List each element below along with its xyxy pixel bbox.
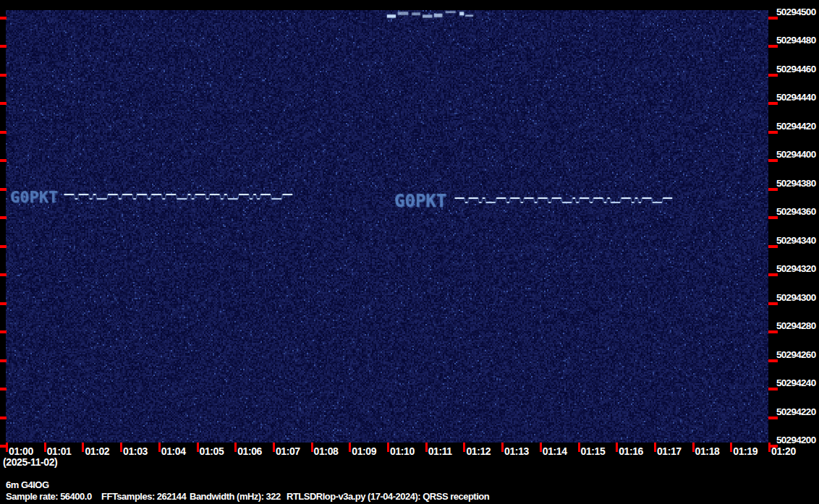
freq-tick-right <box>768 302 778 305</box>
freq-tick-right <box>768 74 778 77</box>
time-tick <box>730 443 732 452</box>
time-tick-label: 01:04 <box>161 445 186 457</box>
time-tick <box>501 443 504 452</box>
time-tick-label: 01:11 <box>428 445 452 457</box>
time-tick <box>82 443 84 452</box>
time-tick <box>463 443 465 452</box>
freq-tick-left <box>0 131 7 134</box>
time-tick-label: 01:13 <box>504 445 529 457</box>
freq-tick-label: 50294300 <box>776 292 815 303</box>
time-tick-label: 01:10 <box>390 445 415 457</box>
freq-tick-left <box>0 188 7 191</box>
freq-tick-right <box>768 45 778 48</box>
time-tick <box>273 443 275 452</box>
freq-tick-right <box>768 159 778 162</box>
freq-tick-right <box>768 17 778 20</box>
time-tick <box>120 443 122 452</box>
time-tick-label: 01:17 <box>657 445 682 457</box>
freq-tick-label: 50294480 <box>776 35 815 46</box>
time-tick-label: 01:09 <box>352 445 376 457</box>
freq-tick-label: 50294220 <box>776 406 815 417</box>
time-tick-label: 01:20 <box>771 445 796 457</box>
freq-tick-right <box>768 216 778 219</box>
time-tick-label: 01:03 <box>123 445 148 457</box>
freq-tick-right <box>768 102 778 105</box>
qrss-grabber-window: 5029450050294480502944605029444050294420… <box>0 0 819 504</box>
script-info-label: RTLSDRlop-v3a.py (17-04-2024): QRSS rece… <box>287 491 489 502</box>
freq-tick-right <box>768 359 778 362</box>
freq-tick-label: 50294500 <box>776 7 815 17</box>
time-tick <box>540 443 542 452</box>
freq-tick-label: 50294340 <box>776 235 815 246</box>
freq-tick-left <box>0 45 7 48</box>
freq-tick-right <box>768 330 778 333</box>
freq-tick-label: 50294420 <box>776 121 815 132</box>
time-tick-label: 01:14 <box>543 445 567 457</box>
station-label: 6m G4IOG <box>6 479 49 490</box>
freq-tick-label: 50294440 <box>776 92 815 103</box>
freq-tick-label: 50294280 <box>776 320 815 331</box>
time-tick-label: 01:18 <box>695 445 720 457</box>
freq-tick-left <box>0 330 7 333</box>
time-tick-label: 01:12 <box>466 445 491 457</box>
freq-tick-right <box>768 245 778 248</box>
freq-tick-left <box>0 273 7 276</box>
time-tick <box>234 443 237 452</box>
freq-tick-left <box>0 102 7 105</box>
fft-samples-label: FFTsamples: 262144 <box>101 491 186 502</box>
time-tick <box>654 443 656 452</box>
freq-tick-label: 50294240 <box>776 377 815 388</box>
time-tick <box>197 443 199 452</box>
freq-tick-right <box>768 417 778 419</box>
freq-tick-left <box>0 245 7 248</box>
time-tick-label: 01:19 <box>733 445 758 457</box>
freq-tick-label: 50294320 <box>776 263 815 274</box>
time-tick <box>6 443 8 452</box>
sample-rate-label: Sample rate: 56400.0 <box>6 491 92 502</box>
freq-tick-label: 50294360 <box>776 206 815 217</box>
waterfall-spectrogram <box>6 10 768 443</box>
freq-tick-left <box>0 17 7 20</box>
time-tick-label: 01:02 <box>85 445 109 457</box>
freq-tick-left <box>0 216 7 219</box>
freq-tick-left <box>0 74 7 77</box>
time-tick <box>387 443 389 452</box>
time-tick <box>158 443 161 452</box>
freq-tick-left <box>0 417 7 419</box>
freq-tick-left <box>0 388 7 390</box>
time-tick-label: 01:16 <box>619 445 643 457</box>
time-tick-label: 01:15 <box>581 445 606 457</box>
time-tick <box>768 443 771 452</box>
time-tick <box>349 443 351 452</box>
time-tick <box>311 443 313 452</box>
freq-tick-label: 50294260 <box>776 349 815 360</box>
freq-tick-label: 50294380 <box>776 178 815 189</box>
freq-tick-left <box>0 359 7 362</box>
freq-tick-right <box>768 188 778 191</box>
time-tick-label: 01:06 <box>237 445 262 457</box>
time-tick-label: 01:07 <box>276 445 300 457</box>
freq-tick-left <box>0 159 7 162</box>
freq-tick-label: 50294200 <box>776 435 815 445</box>
time-tick <box>578 443 580 452</box>
time-tick-label: 01:08 <box>314 445 339 457</box>
time-tick-label: 01:05 <box>200 445 224 457</box>
date-label: (2025-11-02) <box>3 456 57 468</box>
time-tick <box>692 443 695 452</box>
bandwidth-label: Bandwidth (mHz): 322 <box>190 491 281 502</box>
freq-tick-right <box>768 131 778 134</box>
time-tick <box>616 443 618 452</box>
time-tick <box>425 443 428 452</box>
time-tick-label: 01:00 <box>9 445 33 457</box>
time-tick-label: 01:01 <box>47 445 72 457</box>
freq-tick-right <box>768 273 778 276</box>
time-tick <box>44 443 46 452</box>
freq-tick-label: 50294460 <box>776 64 815 74</box>
freq-tick-right <box>768 388 778 390</box>
freq-tick-left <box>0 302 7 305</box>
freq-tick-label: 50294400 <box>776 149 815 160</box>
